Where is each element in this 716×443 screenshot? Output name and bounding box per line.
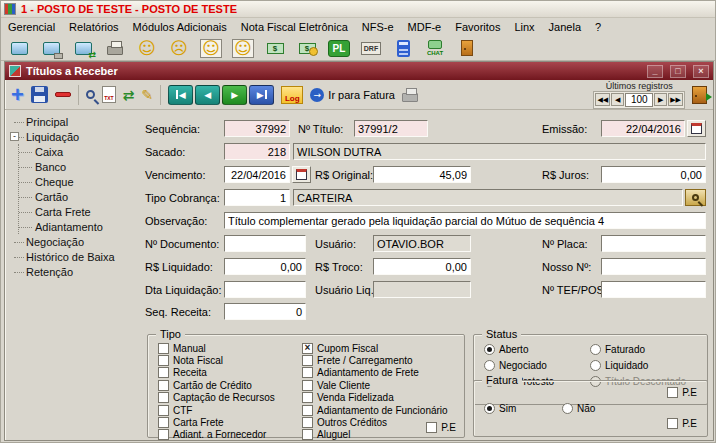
tree-item-retencao[interactable]: Retenção [10,264,142,279]
fatura-option-sim[interactable]: Sim [484,402,516,415]
tipo-option-frete-carregamento[interactable]: Frete / Carregamento [302,354,448,366]
happy-face-button[interactable]: ☺ [134,37,160,59]
menu-favoritos[interactable]: Favoritos [448,19,507,35]
dta-liquidacao-field[interactable] [224,281,306,298]
seq-receita-field[interactable]: 0 [224,303,306,320]
status-option-faturado[interactable]: Faturado [590,343,686,356]
minimize-button[interactable]: _ [647,65,663,78]
tipo-pe-checkbox[interactable]: P.E [426,421,456,433]
exit-app-button[interactable] [454,37,480,59]
tipo-option-nota-fiscal[interactable]: Nota Fiscal [158,354,275,366]
tipo-option-adiant-fornecedor[interactable]: Adiant. a Fornecedor [158,429,275,441]
export-txt-button[interactable]: TXT [102,86,116,103]
pager-next-button[interactable]: ▶ [654,93,667,106]
menu-mdfe[interactable]: MDF-e [401,19,449,35]
rs-original-field[interactable]: 45,09 [373,166,471,183]
add-record-button[interactable]: + [11,86,24,104]
menu-modulos-adicionais[interactable]: Módulos Adicionais [126,19,234,35]
edit-button[interactable]: ✎ [142,87,154,103]
tipo-option-vale-cliente[interactable]: Vale Cliente [302,379,448,391]
menu-janela[interactable]: Janela [542,19,588,35]
calculator-button[interactable] [390,37,416,59]
print-button[interactable] [102,37,128,59]
tipo-option-receita[interactable]: Receita [158,367,275,379]
observacao-field[interactable]: Título complementar gerado pela liquidaç… [224,212,706,229]
pager-last-button[interactable]: ▶▶ [668,93,683,106]
first-record-button[interactable]: ◀ [168,85,193,105]
menu-nota-fiscal-eletronica[interactable]: Nota Fiscal Eletrônica [234,19,355,35]
nosso-n-field[interactable] [601,258,706,275]
go-to-fatura[interactable]: → Ir para Fatura [310,88,395,102]
drf-button[interactable]: DRF [358,37,384,59]
tree-item-liquidacao[interactable]: Liquidação [10,129,142,144]
n-placa-field[interactable] [601,235,706,252]
tipo-cobranca-code-field[interactable]: 1 [224,189,290,206]
sad-face-button[interactable]: ☹ [166,37,192,59]
tree-item-historico-de-baixa[interactable]: Histórico de Baixa [10,249,142,264]
print-record-button[interactable] [402,88,418,102]
tree-item-cheque[interactable]: Cheque [19,174,142,189]
rs-troco-field[interactable]: 0,00 [373,258,471,275]
tree-item-principal[interactable]: Principal [10,114,142,129]
pager-prev-button[interactable]: ◀ [611,93,624,106]
fatura-pe-checkbox[interactable]: P.E [667,418,697,430]
tipo-option-carta-frete[interactable]: Carta Frete [158,416,275,428]
money-in-button[interactable]: $ [262,37,288,59]
tree-item-banco[interactable]: Banco [19,159,142,174]
tipo-option-cupom-fiscal[interactable]: Cupom Fiscal [302,342,448,354]
menu-linx[interactable]: Linx [507,19,541,35]
tree-item-cartao[interactable]: Cartão [19,189,142,204]
menu-gerencial[interactable]: Gerencial [1,19,62,35]
tipo-option-venda-fidelizada[interactable]: Venda Fidelizada [302,392,448,404]
previous-record-button[interactable]: ◀ [195,85,220,105]
pager-first-button[interactable]: ◀◀ [595,93,610,106]
rs-juros-field[interactable]: 0,00 [601,166,706,183]
tipo-option-cartao-credito[interactable]: Cartão de Crédito [158,379,275,391]
pos-terminal-button[interactable] [6,37,32,59]
status-option-aberto[interactable]: Aberto [484,343,554,356]
tree-item-adiantamento[interactable]: Adiantamento [19,219,142,234]
log-button[interactable]: Log [281,86,303,104]
vencimento-field[interactable]: 22/04/2016 [224,166,290,183]
export-grid-button[interactable]: ⇄ [123,87,135,103]
tipo-cobranca-lookup-button[interactable] [685,189,706,206]
exit-window-button[interactable] [692,86,707,104]
menu-relatorios[interactable]: Relatórios [62,19,126,35]
tipo-option-captacao-recursos[interactable]: Captação de Recursos [158,392,275,404]
status-option-liquidado[interactable]: Liquidado [590,359,686,372]
status-option-negociado[interactable]: Negociado [484,359,554,372]
save-button[interactable] [31,86,48,103]
emissao-field[interactable]: 22/04/2016 [601,120,685,137]
fatura-option-nao[interactable]: Não [562,402,595,415]
rs-liquidado-field[interactable]: 0,00 [224,258,306,275]
menu-help[interactable]: ? [588,19,608,35]
n-titulo-field[interactable]: 37991/2 [354,120,428,137]
tree-item-carta-frete[interactable]: Carta Frete [19,204,142,219]
happy-face-boxed2-button[interactable]: ☺ [230,37,256,59]
emissao-calendar-button[interactable] [687,120,706,137]
n-documento-field[interactable] [224,235,306,252]
tipo-option-ctf[interactable]: CTF [158,404,275,416]
happy-face-boxed-button[interactable]: ☺ [198,37,224,59]
tree-item-negociacao[interactable]: Negociação [10,234,142,249]
n-tef-pos-field[interactable] [601,281,706,298]
sequencia-field[interactable]: 37992 [224,120,290,137]
last-record-button[interactable]: ▶ [249,85,274,105]
next-record-button[interactable]: ▶ [222,85,247,105]
tipo-option-adiantamento-funcionario[interactable]: Adiantamento de Funcionário [302,404,448,416]
sacado-code-field[interactable]: 218 [224,143,290,160]
close-button[interactable]: × [693,65,709,78]
maximize-button[interactable]: □ [670,65,686,78]
menu-nfse[interactable]: NFS-e [355,19,401,35]
records-count-field[interactable]: 100 [625,93,653,107]
delete-button[interactable] [55,92,71,97]
tree-item-caixa[interactable]: Caixa [19,144,142,159]
tipo-option-manual[interactable]: Manual [158,342,275,354]
tipo-option-adiantamento-frete[interactable]: Adiantamento de Frete [302,367,448,379]
money-out-button[interactable]: $ [294,37,320,59]
print-screen-button[interactable] [38,37,64,59]
vencimento-calendar-button[interactable] [292,166,311,183]
pl-button[interactable]: PL [326,37,352,59]
collapse-icon[interactable] [10,132,19,141]
search-button[interactable] [86,90,95,99]
